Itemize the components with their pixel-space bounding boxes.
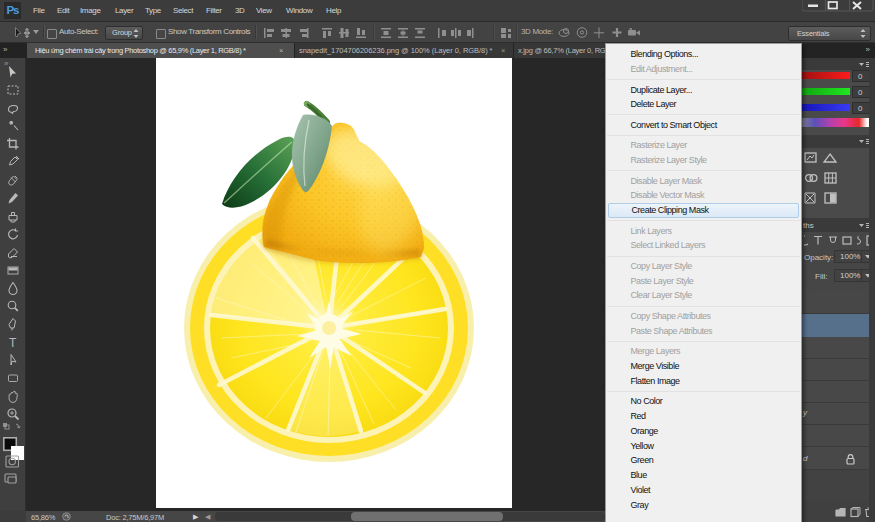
svg-text:T: T [9,336,17,350]
